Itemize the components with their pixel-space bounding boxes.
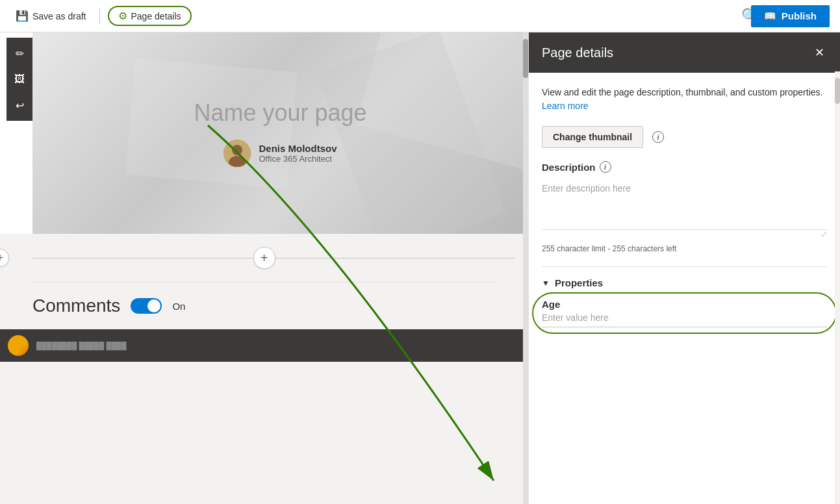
author-row: Denis Molodtsov Office 365 Architect — [223, 140, 337, 167]
panel-title: Page details — [542, 45, 613, 60]
panel-header: Page details ✕ — [529, 32, 840, 73]
panel-description-text: View and edit the page description, thum… — [542, 87, 822, 97]
resize-handle: ⤢ — [542, 230, 827, 239]
description-section: Description i ⤢ 255 character limit - 25… — [542, 161, 827, 253]
save-icon: 💾 — [16, 10, 29, 22]
hero-decoration — [32, 32, 528, 234]
panel-body: View and edit the page description, thum… — [529, 73, 840, 504]
save-draft-button[interactable]: 💾 Save as draft — [10, 7, 92, 25]
comments-section: Comments On — [0, 283, 528, 329]
age-field-wrapper: Age Enter value here — [542, 299, 827, 327]
bottom-bar: ████████ █████ ████ — [0, 329, 528, 362]
editor-area: ✏ 🖼 ↩ Name your page — [0, 32, 528, 504]
author-name: Denis Molodtsov — [259, 143, 337, 154]
publish-button[interactable]: 📖 Publish — [751, 5, 830, 27]
bottom-user-avatar — [8, 335, 29, 356]
char-limit-text: 255 character limit - 255 characters lef… — [542, 244, 827, 253]
toggle-knob — [147, 299, 160, 312]
top-bar: 💾 Save as draft ⚙ Page details 🔍 📖 Publi… — [0, 0, 840, 32]
page-title[interactable]: Name your page — [194, 99, 366, 127]
age-field-input[interactable]: Enter value here — [542, 312, 827, 327]
author-info: Denis Molodtsov Office 365 Architect — [259, 143, 337, 164]
author-job-title: Office 365 Architect — [259, 154, 337, 164]
add-section-row: + + — [0, 234, 528, 282]
edit-image-button[interactable]: 🖼 — [6, 66, 32, 92]
publish-label: Publish — [782, 10, 817, 21]
page-details-label: Page details — [131, 11, 181, 21]
thumbnail-info-icon[interactable]: i — [652, 131, 664, 143]
gear-icon: ⚙ — [118, 10, 127, 22]
add-section-button[interactable]: + — [253, 247, 275, 269]
chevron-down-icon: ▼ — [542, 279, 550, 288]
properties-label: Properties — [555, 277, 603, 288]
edit-toolbar: ✏ 🖼 ↩ — [6, 38, 32, 121]
left-add-button[interactable]: + — [0, 249, 9, 267]
panel-description: View and edit the page description, thum… — [542, 86, 827, 113]
toolbar-right: 🔍 📖 Publish — [741, 5, 830, 28]
publish-icon: 📖 — [764, 10, 776, 22]
toolbar-left: 💾 Save as draft ⚙ Page details — [10, 6, 741, 26]
page-canvas: ✏ 🖼 ↩ Name your page — [0, 32, 528, 234]
save-draft-label: Save as draft — [32, 11, 86, 21]
toggle-state-label: On — [172, 301, 185, 312]
toolbar-divider — [99, 8, 100, 24]
properties-section: ▼ Properties Age Enter value here — [542, 266, 827, 327]
panel-scrollbar-thumb[interactable] — [835, 78, 840, 104]
description-section-label: Description i — [542, 161, 827, 173]
page-details-button[interactable]: ⚙ Page details — [108, 6, 192, 26]
avatar — [223, 140, 251, 167]
svg-point-1 — [232, 145, 242, 155]
bottom-status-text: ████████ █████ ████ — [36, 342, 127, 349]
main-layout: ✏ 🖼 ↩ Name your page — [0, 32, 840, 504]
edit-pencil-button[interactable]: ✏ — [6, 40, 32, 66]
panel-scrollbar[interactable] — [835, 71, 840, 504]
panel-close-button[interactable]: ✕ — [812, 43, 827, 62]
description-textarea[interactable] — [542, 178, 827, 230]
change-thumbnail-button[interactable]: Change thumbnail — [542, 126, 643, 148]
undo-button[interactable]: ↩ — [6, 92, 32, 118]
thumbnail-section: Change thumbnail i — [542, 126, 827, 148]
editor-scrollbar-thumb[interactable] — [523, 39, 528, 78]
hero-area: Name your page Denis Molodtsov Office 36… — [32, 32, 528, 234]
description-info-icon[interactable]: i — [600, 161, 611, 173]
learn-more-link[interactable]: Learn more — [542, 101, 589, 111]
right-panel: Page details ✕ View and edit the page de… — [528, 32, 840, 504]
properties-header[interactable]: ▼ Properties — [542, 277, 827, 288]
editor-scrollbar[interactable] — [523, 32, 528, 504]
comments-label: Comments — [32, 296, 120, 316]
age-field-label: Age — [542, 299, 827, 310]
comments-toggle[interactable] — [131, 298, 162, 314]
